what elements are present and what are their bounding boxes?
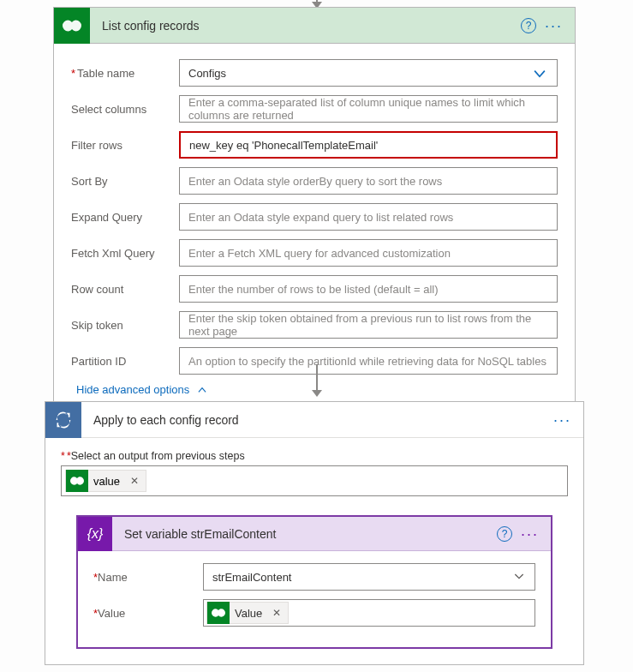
row-expand-query: Expand Query Enter an Odata style expand…	[71, 203, 558, 231]
row-value: *Value Value ✕	[93, 599, 535, 627]
input-skip-token[interactable]: Enter the skip token obtained from a pre…	[179, 311, 558, 339]
card-title: Set variable strEmailContent	[112, 527, 497, 541]
input-fetch-xml[interactable]: Enter a Fetch XML query for advanced cus…	[179, 239, 558, 267]
loop-icon	[45, 402, 81, 438]
token-label: value	[93, 475, 120, 488]
row-fetch-xml: Fetch Xml Query Enter a Fetch XML query …	[71, 239, 558, 267]
input-value[interactable]: Value ✕	[203, 599, 535, 627]
label-output: Select an output from previous steps	[71, 450, 245, 462]
label-value: Value	[98, 607, 125, 620]
card-title: Apply to each config record	[81, 413, 550, 427]
output-from-previous-input[interactable]: value ✕	[61, 465, 568, 496]
value-table-name: Configs	[188, 67, 226, 80]
row-name: *Name strEmailContent	[93, 563, 535, 591]
row-row-count: Row count Enter the number of rows to be…	[71, 275, 558, 303]
remove-token-icon[interactable]: ✕	[272, 607, 281, 619]
list-config-records-card: List config records ? ··· Table name Con…	[53, 7, 576, 407]
chevron-down-icon	[512, 569, 526, 583]
row-filter-rows: Filter rows new_key eq 'PhonecallTemplat…	[71, 131, 558, 159]
remove-token-icon[interactable]: ✕	[130, 475, 139, 487]
chevron-up-icon	[196, 384, 208, 396]
more-menu-icon[interactable]: ···	[550, 412, 575, 428]
set-variable-card: {x} Set variable strEmailContent ? ··· *…	[76, 515, 552, 649]
token-value[interactable]: value ✕	[65, 470, 146, 492]
label-skip-token: Skip token	[71, 319, 179, 332]
input-partition-id[interactable]: An option to specify the partitionId whi…	[179, 347, 558, 375]
apply-to-each-card: Apply to each config record ··· *Select …	[45, 401, 584, 665]
help-icon[interactable]: ?	[497, 526, 512, 542]
row-skip-token: Skip token Enter the skip token obtained…	[71, 311, 558, 339]
input-row-count[interactable]: Enter the number of rows to be listed (d…	[179, 275, 558, 303]
row-sort-by: Sort By Enter an Odata style orderBy que…	[71, 167, 558, 195]
help-icon[interactable]: ?	[521, 18, 536, 33]
input-name[interactable]: strEmailContent	[203, 563, 535, 591]
input-expand-query[interactable]: Enter an Odata style expand query to lis…	[179, 203, 558, 231]
token-value[interactable]: Value ✕	[206, 602, 289, 624]
label-name: Name	[98, 571, 128, 584]
card-header[interactable]: {x} Set variable strEmailContent ? ···	[78, 517, 551, 551]
variable-icon: {x}	[78, 517, 112, 551]
label-select-columns: Select columns	[71, 103, 179, 116]
more-menu-icon[interactable]: ···	[541, 18, 566, 33]
label-row-count: Row count	[71, 283, 179, 296]
chevron-down-icon	[531, 65, 548, 82]
label-expand-query: Expand Query	[71, 211, 179, 224]
label-filter-rows: Filter rows	[71, 139, 179, 152]
more-menu-icon[interactable]: ···	[517, 526, 542, 542]
card-header[interactable]: List config records ? ···	[54, 8, 575, 44]
input-sort-by[interactable]: Enter an Odata style orderBy query to so…	[179, 167, 558, 195]
card-header[interactable]: Apply to each config record ···	[45, 402, 583, 438]
row-table-name: Table name Configs	[71, 59, 558, 87]
input-select-columns[interactable]: Enter a comma-separated list of column u…	[179, 95, 558, 123]
card-title: List config records	[90, 19, 521, 33]
input-filter-rows[interactable]: new_key eq 'PhonecallTemplateEmail'	[179, 131, 558, 159]
label-table-name: Table name	[71, 67, 179, 80]
value-name: strEmailContent	[212, 571, 291, 584]
label-fetch-xml: Fetch Xml Query	[71, 247, 179, 260]
token-label: Value	[235, 607, 262, 620]
dataverse-icon	[54, 8, 90, 44]
label-partition-id: Partition ID	[71, 355, 179, 368]
dataverse-icon	[207, 602, 230, 624]
dataverse-icon	[66, 470, 88, 492]
label-sort-by: Sort By	[71, 175, 179, 188]
flow-arrow-mid	[312, 364, 322, 397]
input-table-name[interactable]: Configs	[179, 59, 558, 87]
row-select-columns: Select columns Enter a comma-separated l…	[71, 95, 558, 123]
